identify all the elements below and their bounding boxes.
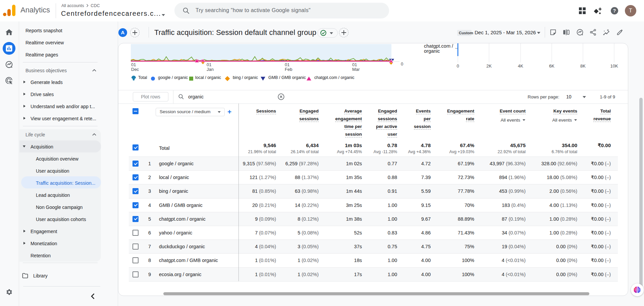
svg-text:?: ? bbox=[613, 8, 616, 13]
